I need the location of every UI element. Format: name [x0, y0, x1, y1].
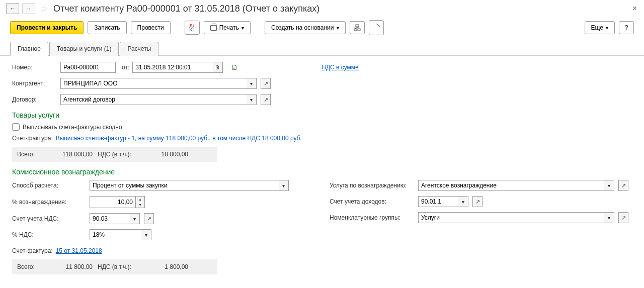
vat-account-dropdown-button[interactable] [130, 213, 140, 224]
vat-mode-link[interactable]: НДС в сумме [321, 64, 359, 71]
nav-back-button[interactable]: ← [6, 3, 19, 14]
help-button[interactable]: ? [619, 21, 634, 34]
calendar-icon: 🗓 [215, 64, 220, 70]
nav-forward-button[interactable]: → [22, 3, 35, 14]
printer-icon [210, 25, 217, 31]
post-and-close-button[interactable]: Провести и закрыть [10, 21, 84, 34]
favorite-star-icon[interactable]: ☆ [40, 3, 48, 14]
post-button[interactable]: Провести [131, 21, 171, 34]
section-goods: Товары услуги [12, 111, 632, 119]
svg-rect-0 [356, 25, 359, 27]
vat-account-input[interactable] [90, 213, 130, 224]
section-commission: Комиссионное вознаграждение [12, 168, 632, 176]
goods-invoice-link[interactable]: Выписано счетов-фактур - 1, на сумму 118… [56, 135, 302, 142]
income-account-label: Счет учета доходов: [330, 198, 415, 205]
svg-rect-1 [354, 29, 357, 31]
vat-account-open-button[interactable]: ↗ [144, 213, 154, 224]
goods-totals: Всего: 118 000,00 НДС (в т.ч.): 18 000,0… [12, 147, 217, 162]
service-input[interactable] [418, 180, 604, 191]
calc-method-dropdown-button[interactable] [279, 180, 289, 191]
save-button[interactable]: Записать [88, 21, 126, 34]
tab-main[interactable]: Главное [10, 42, 48, 56]
vat-percent-dropdown-button[interactable] [141, 229, 151, 240]
print-button[interactable]: Печать [204, 21, 251, 34]
goods-invoice-label: Счет-фактура: [12, 135, 53, 142]
chevron-down-icon [606, 24, 608, 31]
summary-invoice-label: Выписывать счета-фактуры сводно [23, 124, 122, 131]
vat-account-label: Счет учета НДС: [12, 215, 87, 222]
number-label: Номер: [12, 64, 57, 71]
number-input[interactable] [60, 62, 116, 73]
calc-method-select[interactable] [90, 180, 279, 191]
contract-dropdown-button[interactable] [247, 94, 257, 105]
summary-invoice-checkbox[interactable] [12, 123, 20, 131]
page-title: Отчет комитенту Ра00-000001 от 31.05.201… [53, 4, 319, 14]
dtkt-icon: ДтКт [190, 24, 195, 32]
create-basis-button[interactable]: Создать на основании [265, 21, 346, 34]
nomenclature-input[interactable] [418, 212, 604, 223]
counterparty-open-button[interactable]: ↗ [261, 78, 271, 89]
vat-percent-select[interactable] [90, 229, 141, 240]
document-status-icon[interactable]: 🗎 [231, 63, 238, 71]
calendar-button[interactable]: 🗓 [213, 62, 223, 73]
calc-method-label: Способ расчета: [12, 182, 87, 189]
percent-step-down[interactable]: ▼ [136, 202, 144, 208]
chevron-down-icon [337, 24, 339, 31]
paperclip-icon: ⌒ [370, 22, 382, 34]
vat-percent-label: % НДС: [12, 231, 87, 238]
contract-label: Договор: [12, 96, 57, 103]
percent-step-up[interactable]: ▲ [136, 197, 144, 202]
nomenclature-open-button[interactable]: ↗ [618, 212, 628, 223]
service-open-button[interactable]: ↗ [618, 180, 628, 191]
commission-invoice-link[interactable]: 15 от 31.05.2018 [56, 247, 102, 254]
counterparty-dropdown-button[interactable] [247, 78, 257, 89]
svg-rect-2 [358, 29, 360, 31]
chevron-down-icon [242, 24, 244, 31]
commission-invoice-label: Счет-фактура: [12, 247, 53, 254]
structure-icon [354, 24, 361, 31]
commission-percent-input[interactable] [90, 197, 135, 208]
service-dropdown-button[interactable] [604, 180, 614, 191]
date-input[interactable] [132, 62, 213, 73]
income-account-open-button[interactable]: ↗ [472, 196, 482, 207]
tab-calc[interactable]: Расчеты [120, 42, 158, 56]
dtkt-button[interactable]: ДтКт [185, 21, 200, 35]
structure-button[interactable] [350, 21, 365, 34]
more-button[interactable]: Еще [585, 21, 615, 34]
attach-button[interactable]: ⌒ [369, 20, 384, 35]
commission-totals: Всего: 11 800,00 НДС (в т.ч.): 1 800,00 [12, 259, 217, 274]
income-account-dropdown-button[interactable] [458, 196, 468, 207]
nomenclature-dropdown-button[interactable] [604, 212, 614, 223]
contract-input[interactable] [60, 94, 247, 105]
commission-percent-label: % вознаграждения: [12, 199, 87, 206]
close-icon[interactable]: × [632, 4, 637, 13]
counterparty-label: Контрагент: [12, 80, 57, 87]
from-label: от: [122, 64, 129, 71]
income-account-input[interactable] [418, 196, 458, 207]
tab-goods[interactable]: Товары и услуги (1) [49, 42, 119, 56]
service-label: Услуга по вознаграждению: [330, 182, 415, 189]
counterparty-input[interactable] [60, 78, 247, 89]
contract-open-button[interactable]: ↗ [261, 94, 271, 105]
nomenclature-label: Номенклатурные группы: [330, 214, 415, 221]
